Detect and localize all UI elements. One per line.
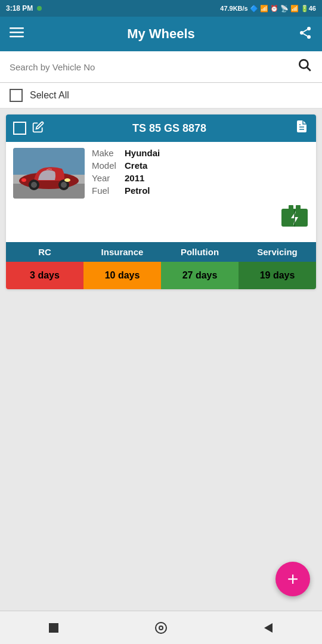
network-indicator bbox=[37, 6, 42, 11]
hamburger-menu[interactable] bbox=[10, 25, 24, 43]
stop-button[interactable] bbox=[42, 616, 66, 640]
status-time: 3:18 PM bbox=[6, 4, 33, 13]
wifi-icon: 📶 bbox=[290, 5, 299, 13]
svg-line-6 bbox=[304, 33, 308, 36]
status-bar-right: 47.9KB/s 🔷 📶 ⏰ 📡 📶 🔋46 bbox=[220, 5, 316, 13]
status-value-insurance: 10 days bbox=[83, 262, 161, 289]
sim-icon: 📶 bbox=[260, 5, 268, 13]
year-value: 2011 bbox=[125, 173, 144, 183]
fuel-row: Fuel Petrol bbox=[92, 185, 309, 196]
model-value: Creta bbox=[125, 160, 147, 171]
make-label: Make bbox=[92, 148, 125, 158]
svg-marker-30 bbox=[264, 623, 273, 633]
select-all-label: Select All bbox=[30, 90, 69, 101]
svg-rect-25 bbox=[296, 205, 301, 210]
add-vehicle-fab[interactable]: + bbox=[275, 562, 310, 596]
svg-point-5 bbox=[307, 35, 311, 39]
svg-point-8 bbox=[299, 60, 308, 68]
select-all-checkbox[interactable] bbox=[10, 89, 23, 102]
status-cell-pollution: Pollution27 days bbox=[161, 242, 239, 289]
edit-icon[interactable] bbox=[32, 121, 44, 136]
home-button[interactable] bbox=[149, 616, 173, 640]
svg-line-7 bbox=[304, 29, 308, 32]
search-input[interactable] bbox=[10, 62, 297, 72]
status-value-rc: 3 days bbox=[6, 262, 83, 289]
car-battery-icon[interactable] bbox=[280, 204, 309, 236]
year-label: Year bbox=[92, 173, 125, 183]
status-cell-servicing: Servicing19 days bbox=[239, 242, 316, 289]
status-header-servicing: Servicing bbox=[239, 242, 316, 262]
car-details: Make Hyundai Model Creta Year 2011 Fuel … bbox=[92, 148, 309, 198]
search-button[interactable] bbox=[297, 57, 312, 76]
svg-rect-0 bbox=[10, 27, 24, 29]
status-value-pollution: 27 days bbox=[161, 262, 239, 289]
card-body: Make Hyundai Model Creta Year 2011 Fuel … bbox=[6, 142, 316, 242]
svg-line-9 bbox=[307, 67, 311, 71]
status-header-rc: RC bbox=[6, 242, 83, 262]
svg-rect-24 bbox=[289, 205, 293, 210]
status-grid: RC3 daysInsurance10 daysPollution27 days… bbox=[6, 242, 316, 289]
svg-point-4 bbox=[300, 31, 304, 35]
search-bar bbox=[0, 51, 322, 83]
back-button[interactable] bbox=[256, 616, 280, 640]
select-all-row: Select All bbox=[0, 83, 322, 109]
network-speed: 47.9KB/s bbox=[220, 5, 247, 12]
status-bar: 3:18 PM 47.9KB/s 🔷 📶 ⏰ 📡 📶 🔋46 bbox=[0, 0, 322, 17]
svg-point-29 bbox=[159, 626, 163, 630]
add-icon: + bbox=[287, 568, 299, 590]
svg-rect-2 bbox=[10, 36, 24, 38]
car-image bbox=[13, 148, 85, 199]
card-header: TS 85 GS 8878 bbox=[6, 114, 316, 142]
status-header-insurance: Insurance bbox=[83, 242, 161, 262]
status-cell-rc: RC3 days bbox=[6, 242, 83, 289]
bluetooth-icon: 🔷 bbox=[250, 5, 258, 13]
svg-point-22 bbox=[21, 178, 26, 182]
status-cell-insurance: Insurance10 days bbox=[83, 242, 161, 289]
status-bar-left: 3:18 PM bbox=[6, 4, 42, 13]
vehicle-plate-number: TS 85 GS 8878 bbox=[50, 122, 289, 135]
alarm-icon: ⏰ bbox=[270, 5, 278, 13]
svg-point-20 bbox=[61, 182, 67, 188]
document-icon[interactable] bbox=[295, 119, 309, 137]
svg-point-21 bbox=[64, 178, 70, 182]
app-bar: My Wheels bbox=[0, 17, 322, 51]
bottom-nav bbox=[0, 611, 322, 644]
model-row: Model Creta bbox=[92, 160, 309, 171]
year-row: Year 2011 bbox=[92, 173, 309, 183]
signal-icon: 📡 bbox=[280, 5, 289, 13]
make-value: Hyundai bbox=[125, 148, 160, 158]
card-checkbox[interactable] bbox=[13, 122, 26, 135]
status-header-pollution: Pollution bbox=[161, 242, 239, 262]
svg-rect-27 bbox=[49, 623, 58, 633]
model-label: Model bbox=[92, 160, 125, 171]
svg-rect-1 bbox=[10, 32, 24, 33]
svg-point-3 bbox=[307, 27, 311, 30]
status-value-servicing: 19 days bbox=[239, 262, 316, 289]
vehicle-card: TS 85 GS 8878 bbox=[6, 114, 316, 289]
svg-point-28 bbox=[156, 623, 166, 633]
app-title: My Wheels bbox=[127, 26, 195, 42]
battery-icon-wrap bbox=[92, 198, 309, 236]
share-button[interactable] bbox=[298, 26, 312, 43]
fuel-value: Petrol bbox=[125, 185, 150, 196]
fuel-label: Fuel bbox=[92, 185, 125, 196]
make-row: Make Hyundai bbox=[92, 148, 309, 158]
svg-point-18 bbox=[31, 182, 37, 188]
battery-icon: 🔋46 bbox=[301, 5, 316, 13]
